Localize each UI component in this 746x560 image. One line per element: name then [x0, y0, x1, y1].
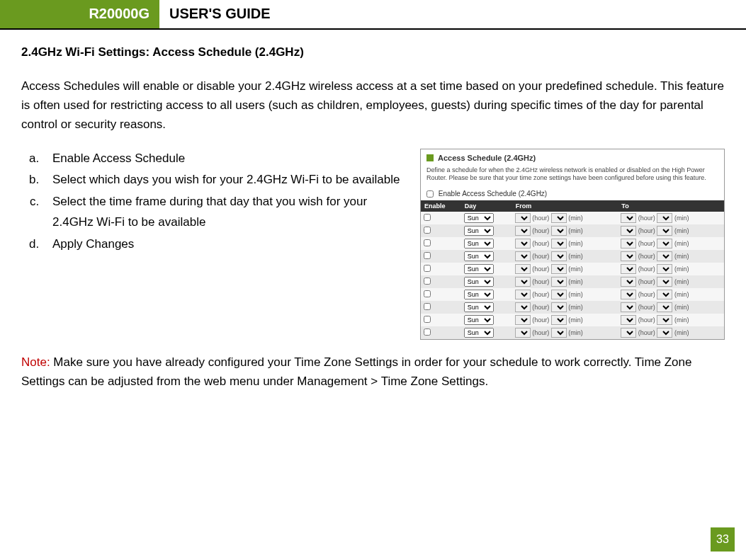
from-hour-select[interactable]: 00 — [515, 315, 531, 325]
min-label: (min) — [568, 227, 583, 234]
hour-label: (hour) — [532, 291, 549, 298]
hour-label: (hour) — [532, 329, 549, 336]
schedule-table: Enable Day From To Sun00 (hour) 00 (min)… — [421, 200, 724, 339]
to-hour-select[interactable]: 00 — [621, 226, 636, 236]
hour-label: (hour) — [532, 265, 549, 273]
min-label: (min) — [568, 291, 583, 298]
to-hour-select[interactable]: 00 — [621, 315, 636, 325]
to-min-select[interactable]: 00 — [657, 264, 672, 274]
day-select[interactable]: Sun — [464, 290, 494, 299]
table-row: Sun00 (hour) 00 (min)00 (hour) 00 (min) — [421, 212, 724, 224]
to-min-select[interactable]: 00 — [657, 290, 672, 299]
from-min-select[interactable]: 00 — [551, 226, 567, 236]
day-select[interactable]: Sun — [464, 264, 494, 274]
table-row: Sun00 (hour) 00 (min)00 (hour) 00 (min) — [421, 263, 724, 275]
from-min-select[interactable]: 00 — [551, 315, 567, 325]
min-label: (min) — [568, 316, 583, 324]
hour-label: (hour) — [638, 227, 655, 234]
to-hour-select[interactable]: 00 — [621, 328, 636, 338]
step-d: Apply Changes — [43, 234, 403, 255]
from-hour-select[interactable]: 00 — [515, 213, 531, 223]
from-hour-select[interactable]: 00 — [515, 251, 531, 261]
row-enable-checkbox[interactable] — [424, 316, 431, 323]
row-enable-checkbox[interactable] — [424, 328, 431, 336]
page-content: 2.4GHz Wi-Fi Settings: Access Schedule (… — [0, 45, 746, 392]
from-hour-select[interactable]: 00 — [515, 302, 531, 312]
to-hour-select[interactable]: 00 — [621, 213, 636, 223]
col-enable: Enable — [421, 200, 461, 212]
hour-label: (hour) — [638, 240, 655, 247]
day-select[interactable]: Sun — [464, 239, 494, 248]
min-label: (min) — [568, 278, 583, 285]
min-label: (min) — [674, 215, 689, 222]
day-select[interactable]: Sun — [464, 277, 494, 287]
to-min-select[interactable]: 00 — [657, 302, 672, 312]
to-min-select[interactable]: 00 — [657, 251, 672, 261]
min-label: (min) — [568, 265, 583, 273]
screenshot-header: Access Schedule (2.4GHz) — [421, 149, 724, 166]
from-hour-select[interactable]: 00 — [515, 226, 531, 236]
min-label: (min) — [674, 304, 689, 311]
day-select[interactable]: Sun — [464, 315, 494, 325]
to-hour-select[interactable]: 00 — [621, 251, 636, 261]
from-hour-select[interactable]: 00 — [515, 290, 531, 299]
from-min-select[interactable]: 00 — [551, 302, 567, 312]
screenshot-title: Access Schedule (2.4GHz) — [438, 154, 536, 162]
from-min-select[interactable]: 00 — [551, 264, 567, 274]
to-hour-select[interactable]: 00 — [621, 290, 636, 299]
from-min-select[interactable]: 00 — [551, 239, 567, 248]
from-hour-select[interactable]: 00 — [515, 239, 531, 248]
day-select[interactable]: Sun — [464, 251, 494, 261]
min-label: (min) — [674, 253, 689, 260]
to-min-select[interactable]: 00 — [657, 277, 672, 287]
row-enable-checkbox[interactable] — [424, 303, 431, 310]
row-enable-checkbox[interactable] — [424, 227, 431, 234]
from-hour-select[interactable]: 00 — [515, 264, 531, 274]
min-label: (min) — [568, 304, 583, 311]
to-hour-select[interactable]: 00 — [621, 302, 636, 312]
min-label: (min) — [568, 329, 583, 336]
row-enable-checkbox[interactable] — [424, 265, 431, 272]
to-min-select[interactable]: 00 — [657, 226, 672, 236]
section-title: 2.4GHz Wi-Fi Settings: Access Schedule (… — [21, 45, 725, 59]
row-enable-checkbox[interactable] — [424, 278, 431, 285]
table-row: Sun00 (hour) 00 (min)00 (hour) 00 (min) — [421, 275, 724, 288]
from-min-select[interactable]: 00 — [551, 251, 567, 261]
day-select[interactable]: Sun — [464, 213, 494, 223]
min-label: (min) — [674, 278, 689, 285]
step-c: Select the time frame during that day th… — [43, 192, 403, 233]
hour-label: (hour) — [638, 304, 655, 311]
table-row: Sun00 (hour) 00 (min)00 (hour) 00 (min) — [421, 288, 724, 301]
table-row: Sun00 (hour) 00 (min)00 (hour) 00 (min) — [421, 314, 724, 326]
steps-list: Enable Access Schedule Select which days… — [21, 149, 403, 255]
note-text: Make sure you have already configured yo… — [21, 355, 691, 388]
model-badge: R20000G — [0, 0, 159, 28]
table-row: Sun00 (hour) 00 (min)00 (hour) 00 (min) — [421, 301, 724, 314]
from-min-select[interactable]: 00 — [551, 290, 567, 299]
row-enable-checkbox[interactable] — [424, 214, 431, 221]
to-min-select[interactable]: 00 — [657, 315, 672, 325]
to-min-select[interactable]: 00 — [657, 239, 672, 248]
note-label: Note: — [21, 355, 50, 369]
from-min-select[interactable]: 00 — [551, 213, 567, 223]
table-row: Sun00 (hour) 00 (min)00 (hour) 00 (min) — [421, 224, 724, 237]
day-select[interactable]: Sun — [464, 328, 494, 338]
row-enable-checkbox[interactable] — [424, 290, 431, 297]
row-enable-checkbox[interactable] — [424, 239, 431, 246]
from-hour-select[interactable]: 00 — [515, 328, 531, 338]
to-hour-select[interactable]: 00 — [621, 277, 636, 287]
hour-label: (hour) — [532, 240, 549, 247]
to-min-select[interactable]: 00 — [657, 213, 672, 223]
day-select[interactable]: Sun — [464, 226, 494, 236]
from-min-select[interactable]: 00 — [551, 277, 567, 287]
from-hour-select[interactable]: 00 — [515, 277, 531, 287]
from-min-select[interactable]: 00 — [551, 328, 567, 338]
note-paragraph: Note: Make sure you have already configu… — [21, 353, 725, 391]
to-min-select[interactable]: 00 — [657, 328, 672, 338]
to-hour-select[interactable]: 00 — [621, 264, 636, 274]
to-hour-select[interactable]: 00 — [621, 239, 636, 248]
table-row: Sun00 (hour) 00 (min)00 (hour) 00 (min) — [421, 326, 724, 339]
row-enable-checkbox[interactable] — [424, 252, 431, 259]
day-select[interactable]: Sun — [464, 302, 494, 312]
enable-schedule-checkbox[interactable] — [426, 190, 434, 198]
